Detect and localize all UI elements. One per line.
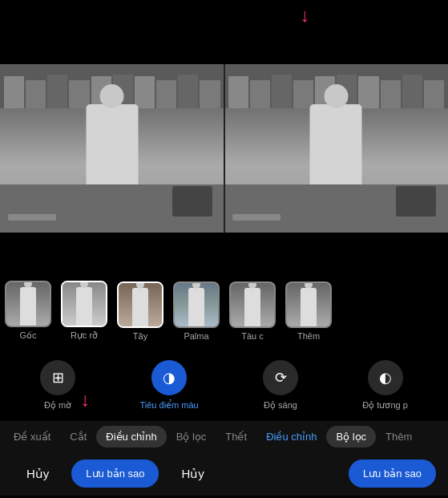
book — [26, 80, 46, 108]
filter-thumb-goc-scene — [6, 282, 50, 326]
filter-thumb-tau-c-scene — [231, 283, 274, 326]
book — [156, 80, 176, 108]
filter-tau-c-label: Tàu c — [241, 331, 264, 341]
cancel-button-right[interactable]: Hủy — [167, 459, 218, 489]
photo-scene-left — [0, 64, 224, 233]
tab-them[interactable]: Thêm — [376, 426, 422, 447]
tab-dieu-chinh-2[interactable]: Điều chỉnh — [256, 426, 326, 447]
monitor-right — [396, 186, 436, 217]
tab-dieu-chinh-1[interactable]: Điều chỉnh — [96, 426, 166, 447]
filter-ruc-ro[interactable]: Rực rỡ — [56, 281, 112, 341]
filter-thumb-tay-img — [117, 281, 163, 328]
tieu-diem-mau-icon: ◑ — [151, 360, 187, 395]
filter-thumb-goc-img — [5, 281, 51, 327]
do-tuong-phan-label: Độ tương p — [362, 400, 407, 411]
actions-left-group: Hủy Lưu bản sao Hủy — [12, 459, 219, 489]
do-mo-icon: ⊞ — [40, 360, 75, 395]
filter-thumb-tau-c-img — [229, 281, 276, 328]
photo-panel-right — [224, 64, 449, 233]
photo-strip — [0, 64, 448, 233]
book — [228, 76, 248, 108]
bottom-tabs-row[interactable]: Đề xuất Cắt Điều chỉnh Bộ lọc Thết Điều … — [0, 421, 448, 451]
book — [424, 80, 444, 108]
book — [272, 75, 292, 108]
tool-do-sang[interactable]: ⟳ Độ sáng — [263, 360, 298, 411]
mid-black-area — [0, 233, 448, 273]
do-sang-icon: ⟳ — [263, 360, 298, 395]
do-sang-label: Độ sáng — [264, 400, 297, 411]
do-mo-label: Độ mờ — [44, 400, 71, 411]
actions-right-group: Lưu bản sao — [349, 460, 436, 488]
cancel-button-left[interactable]: Hủy — [12, 459, 63, 489]
book — [250, 80, 270, 108]
filter-tay[interactable]: Tây — [112, 281, 168, 341]
tab-de-xuat[interactable]: Đề xuất — [4, 426, 60, 447]
book — [178, 75, 198, 108]
book — [358, 76, 378, 108]
filter-palma-label: Palma — [184, 331, 208, 341]
filter-thumb-them-img — [285, 281, 332, 328]
book — [402, 75, 422, 108]
filter-thumb-palma-img — [173, 281, 220, 328]
actions-row: Hủy Lưu bản sao Hủy Lưu bản sao — [0, 451, 448, 496]
tool-tieu-diem-mau[interactable]: ◑ Tiêu điểm màu — [139, 360, 198, 411]
tool-icons-row: ⊞ Độ mờ ◑ Tiêu điểm màu ⟳ Độ sáng ◐ Độ t… — [0, 349, 448, 421]
book — [200, 80, 220, 108]
photo-scene-right — [224, 64, 449, 233]
filter-section: Gốc Rực rỡ Tây Palma — [0, 273, 448, 349]
thumb-person — [20, 287, 36, 326]
thumb-person — [132, 288, 148, 326]
filter-thumb-palma-scene — [175, 283, 218, 326]
tab-cat[interactable]: Cắt — [60, 426, 96, 447]
filter-thumb-ruc-ro-scene — [63, 282, 106, 326]
filter-thumb-tay-scene — [119, 283, 162, 326]
filter-goc[interactable]: Gốc — [0, 281, 56, 341]
filter-thumb-them-scene — [287, 283, 330, 326]
filter-ruc-ro-label: Rực rỡ — [71, 330, 98, 341]
laptop-right — [232, 214, 281, 221]
save-copy-button-right[interactable]: Lưu bản sao — [349, 460, 436, 488]
photo-panel-left — [0, 64, 224, 233]
monitor-left — [172, 186, 212, 217]
tool-do-mo[interactable]: ⊞ Độ mờ — [40, 360, 75, 411]
thumb-person — [301, 288, 317, 326]
filter-thumb-ruc-ro-img — [61, 281, 107, 327]
tab-bo-loc-2[interactable]: Bộ lọc — [326, 426, 376, 447]
filter-tay-label: Tây — [133, 331, 147, 341]
filter-goc-label: Gốc — [19, 330, 36, 341]
book — [293, 80, 313, 108]
photo-divider — [224, 64, 225, 233]
thumb-person — [188, 288, 204, 326]
book — [69, 80, 89, 108]
filter-palma[interactable]: Palma — [168, 281, 224, 341]
tieu-diem-mau-label: Tiêu điểm màu — [139, 400, 198, 411]
filter-thumbnails-row[interactable]: Gốc Rực rỡ Tây Palma — [0, 273, 448, 349]
book — [381, 80, 401, 108]
desk-left — [0, 184, 224, 233]
top-black-area — [0, 0, 448, 64]
tool-do-tuong-phan[interactable]: ◐ Độ tương p — [362, 360, 407, 411]
filter-them-label: Thêm — [297, 331, 320, 341]
filter-tau-c[interactable]: Tàu c — [224, 281, 281, 341]
book — [4, 76, 24, 108]
desk-right — [224, 184, 449, 233]
tab-bo-loc[interactable]: Bộ lọc — [167, 426, 216, 447]
book — [135, 76, 155, 108]
filter-them[interactable]: Thêm — [281, 281, 337, 341]
save-copy-button-left[interactable]: Lưu bản sao — [71, 460, 159, 488]
do-tuong-phan-icon: ◐ — [368, 360, 403, 395]
tab-theat[interactable]: Thết — [216, 426, 256, 447]
thumb-person — [76, 287, 92, 326]
laptop-left — [8, 214, 56, 221]
thumb-person — [244, 288, 260, 326]
book — [47, 75, 67, 108]
